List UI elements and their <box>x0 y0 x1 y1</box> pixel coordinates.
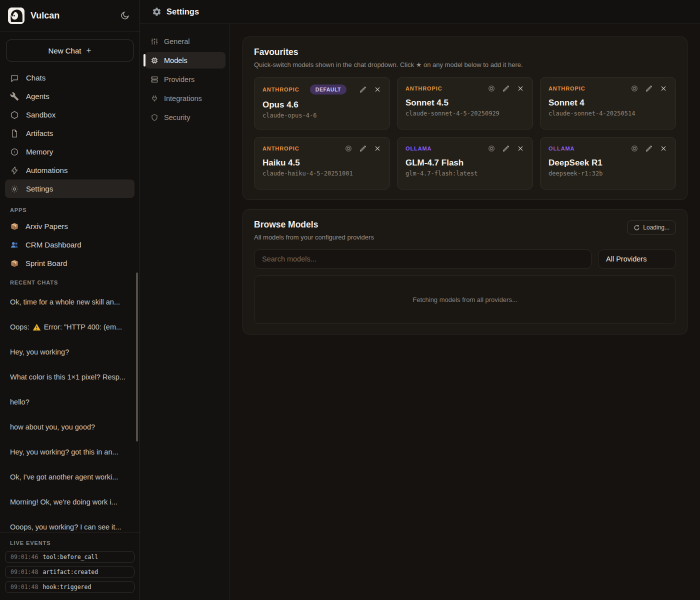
provider-label: OLLAMA <box>548 146 574 152</box>
shield-icon <box>150 114 158 122</box>
gear-icon <box>152 7 162 16</box>
recent-chat-item[interactable]: how about you, you good? <box>0 414 140 440</box>
model-id: claude-opus-4-6 <box>262 112 382 119</box>
model-id: glm-4.7-flash:latest <box>406 170 524 177</box>
settings-content: Favourites Quick-switch models shown in … <box>230 24 700 600</box>
recent-chat-item[interactable]: Ok, time for a whole new skill an... <box>0 290 140 314</box>
search-models-input[interactable] <box>254 250 592 268</box>
sidebar: Vulcan New Chat + Chats Agents Sandbox <box>0 0 140 600</box>
refresh-button-label: Loading... <box>643 224 670 231</box>
remove-favourite-button[interactable] <box>374 86 382 94</box>
apps-section-header: APPS <box>0 200 140 217</box>
sidebar-item-agents[interactable]: Agents <box>5 87 134 106</box>
recent-chat-item[interactable]: Hey, you working? <box>0 340 140 364</box>
live-events-header: LIVE EVENTS <box>5 538 134 551</box>
close-icon <box>374 86 382 94</box>
target-icon <box>488 144 496 152</box>
sidebar-item-memory[interactable]: Memory <box>5 142 134 161</box>
model-card-deepseek-r1: OLLAMA DeepSeek R1 deepseek-r1:32b <box>540 137 676 190</box>
edit-model-button[interactable] <box>359 86 367 94</box>
warning-icon <box>32 323 41 332</box>
live-event-row: 09:01:46 tool:before_call <box>5 551 134 563</box>
recent-chat-item[interactable]: Morning! Ok, we're doing work i... <box>0 490 140 514</box>
remove-favourite-button[interactable] <box>516 144 524 152</box>
model-card-sonnet-4: ANTHROPIC Sonnet 4 claude-sonnet-4-20250… <box>540 77 676 130</box>
sidebar-item-chats[interactable]: Chats <box>5 68 134 87</box>
sidebar-item-sandbox[interactable]: Sandbox <box>5 106 134 124</box>
sidebar-item-artifacts[interactable]: Artifacts <box>5 124 134 142</box>
recent-chat-item[interactable]: Ooops, you working? I can see it... <box>0 514 140 532</box>
edit-model-button[interactable] <box>645 144 653 152</box>
close-icon <box>516 144 524 152</box>
settings-tab-providers[interactable]: Providers <box>145 71 226 88</box>
live-event-row: 09:01:48 hook:triggered <box>5 581 134 593</box>
remove-favourite-button[interactable] <box>516 84 524 92</box>
target-icon <box>630 84 638 92</box>
favourites-grid: ANTHROPIC DEFAULT Opus 4.6 claude-opus-4… <box>254 77 676 190</box>
app-item-sprint-board[interactable]: Sprint Board <box>0 254 140 272</box>
recent-chat-item[interactable]: Hey, you working? got this in an... <box>0 440 140 464</box>
recent-chat-item[interactable]: What color is this 1×1 pixel? Resp... <box>0 364 140 390</box>
sidebar-item-settings[interactable]: Settings <box>5 180 134 198</box>
settings-tab-models[interactable]: Models <box>145 52 226 68</box>
pencil-icon <box>359 86 367 94</box>
settings-tab-label: Integrations <box>164 94 202 102</box>
lightning-icon <box>10 166 19 175</box>
sidebar-item-label: Settings <box>26 184 53 193</box>
sidebar-item-automations[interactable]: Automations <box>5 161 134 180</box>
app-item-crm-dashboard[interactable]: CRM Dashboard <box>0 236 140 254</box>
set-default-button[interactable] <box>488 84 496 92</box>
recent-chat-item[interactable]: Oops: Error: "HTTP 400: (em... <box>0 314 140 340</box>
model-id: claude-sonnet-4-20250514 <box>548 110 668 117</box>
sidebar-scrollbar[interactable] <box>136 272 138 442</box>
dark-mode-toggle[interactable] <box>118 9 132 22</box>
model-name: Sonnet 4.5 <box>406 98 524 108</box>
memory-icon <box>10 148 19 156</box>
favourites-title: Favourites <box>254 47 676 58</box>
set-default-button[interactable] <box>488 144 496 152</box>
edit-model-button[interactable] <box>645 84 653 92</box>
app-logo <box>8 8 24 24</box>
edit-model-button[interactable] <box>359 144 367 152</box>
set-default-button[interactable] <box>344 144 352 152</box>
refresh-models-button[interactable]: Loading... <box>627 220 676 234</box>
browse-models-subtitle: All models from your configured provider… <box>254 234 374 241</box>
app-item-label: CRM Dashboard <box>26 240 82 249</box>
package-icon <box>10 259 19 268</box>
models-loading-status: Fetching models from all providers... <box>254 276 676 324</box>
new-chat-label: New Chat <box>48 46 82 55</box>
new-chat-button[interactable]: New Chat + <box>6 40 134 62</box>
event-time: 09:01:48 <box>10 568 38 576</box>
settings-tab-label: Security <box>164 114 190 122</box>
recent-chat-item[interactable]: hello? <box>0 390 140 414</box>
close-icon <box>660 144 668 152</box>
settings-tab-integrations[interactable]: Integrations <box>145 90 226 106</box>
wrench-icon <box>10 92 19 101</box>
sidebar-item-label: Chats <box>26 74 46 82</box>
sidebar-item-label: Automations <box>26 166 68 174</box>
settings-tab-general[interactable]: General <box>145 33 226 50</box>
remove-favourite-button[interactable] <box>374 144 382 152</box>
model-card-haiku-4-5: ANTHROPIC Haiku 4.5 claude-haiku-4-5-202… <box>254 137 390 190</box>
set-default-button[interactable] <box>630 144 638 152</box>
provider-filter-select[interactable]: All Providers <box>598 250 676 268</box>
model-name: GLM-4.7 Flash <box>406 158 524 168</box>
sidebar-item-label: Sandbox <box>26 110 56 119</box>
settings-tab-label: Providers <box>164 76 194 84</box>
sidebar-nav: Chats Agents Sandbox Artifacts Memory Au… <box>0 66 140 200</box>
set-default-button[interactable] <box>630 84 638 92</box>
settings-tab-security[interactable]: Security <box>145 109 226 126</box>
provider-label: ANTHROPIC <box>262 86 300 92</box>
provider-label: ANTHROPIC <box>548 86 586 92</box>
recent-chat-item[interactable]: Ok, I've got another agent worki... <box>0 464 140 490</box>
edit-model-button[interactable] <box>502 144 510 152</box>
edit-model-button[interactable] <box>502 84 510 92</box>
event-time: 09:01:46 <box>10 554 38 560</box>
browse-models-panel: Browse Models All models from your confi… <box>242 209 688 334</box>
target-icon <box>344 144 352 152</box>
sidebar-scroll-area: Chats Agents Sandbox Artifacts Memory Au… <box>0 66 140 532</box>
remove-favourite-button[interactable] <box>660 84 668 92</box>
remove-favourite-button[interactable] <box>660 144 668 152</box>
moon-icon <box>120 11 130 20</box>
app-item-arxiv-papers[interactable]: Arxiv Papers <box>0 217 140 236</box>
